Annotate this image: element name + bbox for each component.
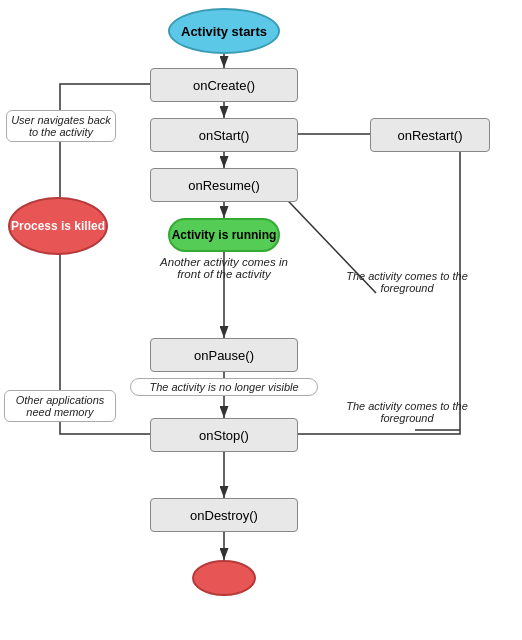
user-navigates-label: User navigates back to the activity: [6, 110, 116, 142]
on-stop-node: onStop(): [150, 418, 298, 452]
activity-starts-label: Activity starts: [181, 24, 267, 39]
on-resume-node: onResume(): [150, 168, 298, 202]
on-resume-label: onResume(): [188, 178, 260, 193]
process-killed-node: Process is killed: [8, 197, 108, 255]
activity-running-label: Activity is running: [172, 228, 277, 242]
on-destroy-label: onDestroy(): [190, 508, 258, 523]
on-stop-label: onStop(): [199, 428, 249, 443]
lifecycle-diagram: Activity starts onCreate() onStart() onR…: [0, 0, 522, 640]
on-pause-node: onPause(): [150, 338, 298, 372]
on-create-label: onCreate(): [193, 78, 255, 93]
on-start-node: onStart(): [150, 118, 298, 152]
on-destroy-node: onDestroy(): [150, 498, 298, 532]
on-pause-label: onPause(): [194, 348, 254, 363]
on-restart-label: onRestart(): [397, 128, 462, 143]
other-apps-memory-label: Other applications need memory: [4, 390, 116, 422]
on-start-label: onStart(): [199, 128, 250, 143]
on-restart-node: onRestart(): [370, 118, 490, 152]
activity-foreground-bottom-label: The activity comes to the foreground: [342, 400, 472, 424]
no-longer-visible-label: The activity is no longer visible: [130, 378, 318, 396]
on-create-node: onCreate(): [150, 68, 298, 102]
process-killed-label: Process is killed: [11, 219, 105, 233]
activity-foreground-top-label: The activity comes to the foreground: [342, 270, 472, 294]
activity-starts-node: Activity starts: [168, 8, 280, 54]
another-activity-label: Another activity comes in front of the a…: [150, 256, 298, 280]
activity-running-node: Activity is running: [168, 218, 280, 252]
app-end-node: [192, 560, 256, 596]
